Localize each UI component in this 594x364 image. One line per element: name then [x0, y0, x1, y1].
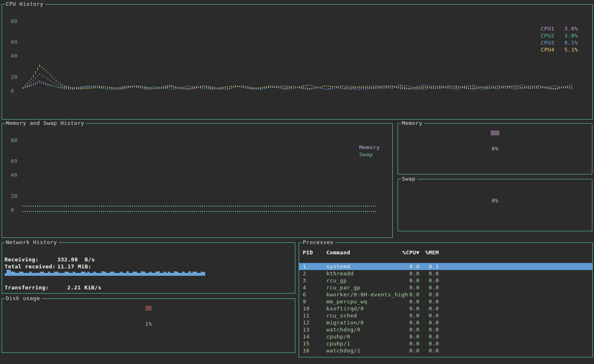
process-table: PID Command %CPU▼ %MEM 1systemd0.00.12kt…: [299, 243, 592, 357]
process-mem: 0.0: [420, 284, 439, 291]
cpu-legend: CPU1 3.0% CPU2 3.0% CPU3 8.1% CPU4 5.1%: [541, 25, 578, 53]
process-pid: 9: [303, 298, 326, 305]
process-row[interactable]: 9mm_percpu_wq0.00.0: [299, 298, 592, 305]
memory-usage-dots-icon: [491, 131, 500, 136]
process-pid: 6: [303, 291, 326, 298]
process-command: ksoftirqd/0: [326, 305, 401, 312]
memory-percent: 6%: [398, 146, 592, 152]
process-row[interactable]: 15cpuhp/10.00.0: [299, 340, 592, 347]
process-row[interactable]: 6kworker/0:0H-events_high0.00.0: [299, 291, 592, 298]
network-history-panel: Network History Receiving: 332.00 B/s To…: [2, 242, 295, 294]
process-mem: 0.0: [420, 312, 439, 319]
process-command: watchdog/1: [326, 347, 401, 354]
cpu4-label: CPU4: [541, 46, 554, 53]
process-cpu: 0.0: [401, 340, 420, 347]
process-cpu: 0.0: [401, 298, 420, 305]
cpu-legend-row: CPU4 5.1%: [541, 46, 578, 53]
memory-gauge-panel: Memory 6%: [398, 123, 592, 174]
disk-usage-title: Disk usage: [5, 295, 42, 301]
process-mem: 0.0: [420, 270, 439, 277]
process-cpu: 0.0: [401, 347, 420, 354]
column-header-mem[interactable]: %MEM: [420, 249, 439, 256]
cpu-history-chart: [2, 5, 592, 119]
memory-swap-history-panel: Memory and Swap History 80 60 40 20 0 Me…: [2, 123, 393, 238]
process-row[interactable]: 4rcu_par_gp0.00.0: [299, 284, 592, 291]
process-pid: 1: [303, 263, 326, 270]
process-cpu: 0.0: [401, 333, 420, 340]
disk-usage-dots-icon: [146, 306, 152, 311]
swap-legend-label: Swap: [359, 151, 380, 158]
process-row[interactable]: 2kthreadd0.00.0: [299, 270, 592, 277]
process-command: kthreadd: [326, 270, 401, 277]
process-cpu: 0.0: [401, 312, 420, 319]
cpu3-value: 8.1%: [564, 39, 578, 46]
cpu2-label: CPU2: [541, 32, 554, 39]
process-command: cpuhp/0: [326, 333, 401, 340]
process-row[interactable]: 11rcu_sched0.00.0: [299, 312, 592, 319]
process-cpu: 0.0: [401, 270, 420, 277]
process-mem: 0.0: [420, 277, 439, 284]
disk-gauge: 1%: [2, 305, 295, 327]
process-row[interactable]: 10ksoftirqd/00.00.0: [299, 305, 592, 312]
cpu-legend-row: CPU1 3.0%: [541, 25, 578, 32]
process-cpu: 0.0: [401, 319, 420, 326]
process-command: rcu_sched: [326, 312, 401, 319]
cpu3-label: CPU3: [541, 39, 554, 46]
process-pid: 4: [303, 284, 326, 291]
memory-legend-label: Memory: [359, 144, 380, 151]
process-command: rcu_par_gp: [326, 284, 401, 291]
process-row[interactable]: 16watchdog/10.00.0: [299, 347, 592, 354]
swap-gauge: 0%: [398, 197, 592, 204]
process-row[interactable]: 14cpuhp/00.00.0: [299, 333, 592, 340]
memory-swap-chart: [2, 124, 392, 237]
memory-swap-legend: Memory Swap: [359, 144, 380, 158]
memory-gauge-title: Memory: [401, 120, 424, 126]
process-mem: 0.1: [420, 263, 439, 270]
sort-desc-icon: ▼: [416, 249, 420, 256]
cpu1-value: 3.0%: [564, 25, 578, 32]
process-cpu: 0.0: [401, 305, 420, 312]
cpu2-value: 3.0%: [564, 32, 578, 39]
process-cpu: 0.0: [401, 263, 420, 270]
transferring-label: Transferring:: [5, 284, 49, 291]
cpu-legend-row: CPU2 3.0%: [541, 32, 578, 39]
process-mem: 0.0: [420, 305, 439, 312]
process-cpu: 0.0: [401, 291, 420, 298]
column-header-pid[interactable]: PID: [303, 249, 326, 256]
header-spacer: [299, 256, 592, 263]
column-header-cpu[interactable]: %CPU▼: [401, 249, 420, 256]
process-command: migration/0: [326, 319, 401, 326]
process-pid: 15: [303, 340, 326, 347]
process-pid: 11: [303, 312, 326, 319]
process-mem: 0.0: [420, 298, 439, 305]
process-rows: 1systemd0.00.12kthreadd0.00.03rcu_gp0.00…: [299, 263, 592, 354]
process-row[interactable]: 1systemd0.00.1: [299, 263, 592, 270]
cpu-legend-row: CPU3 8.1%: [541, 39, 578, 46]
process-mem: 0.0: [420, 319, 439, 326]
swap-gauge-title: Swap: [401, 176, 417, 182]
process-cpu: 0.0: [401, 284, 420, 291]
memory-gauge: 6%: [398, 130, 592, 152]
process-cpu: 0.0: [401, 326, 420, 333]
cpu4-value: 5.1%: [564, 46, 578, 53]
process-table-header: PID Command %CPU▼ %MEM: [299, 249, 592, 256]
process-row[interactable]: 13watchdog/00.00.0: [299, 326, 592, 333]
column-header-command[interactable]: Command: [326, 249, 401, 256]
process-row[interactable]: 12migration/00.00.0: [299, 319, 592, 326]
process-command: watchdog/0: [326, 326, 401, 333]
process-mem: 0.0: [420, 333, 439, 340]
process-row[interactable]: 3rcu_gp0.00.0: [299, 277, 592, 284]
transferring-value: 2.21 KiB/s: [67, 284, 101, 291]
cpu1-label: CPU1: [541, 25, 554, 32]
disk-percent: 1%: [2, 321, 295, 327]
process-pid: 14: [303, 333, 326, 340]
process-pid: 2: [303, 270, 326, 277]
process-command: systemd: [326, 263, 401, 270]
process-pid: 3: [303, 277, 326, 284]
process-pid: 13: [303, 326, 326, 333]
swap-percent: 0%: [398, 197, 592, 204]
process-mem: 0.0: [420, 340, 439, 347]
process-pid: 10: [303, 305, 326, 312]
process-pid: 12: [303, 319, 326, 326]
process-command: kworker/0:0H-events_high: [326, 291, 401, 298]
